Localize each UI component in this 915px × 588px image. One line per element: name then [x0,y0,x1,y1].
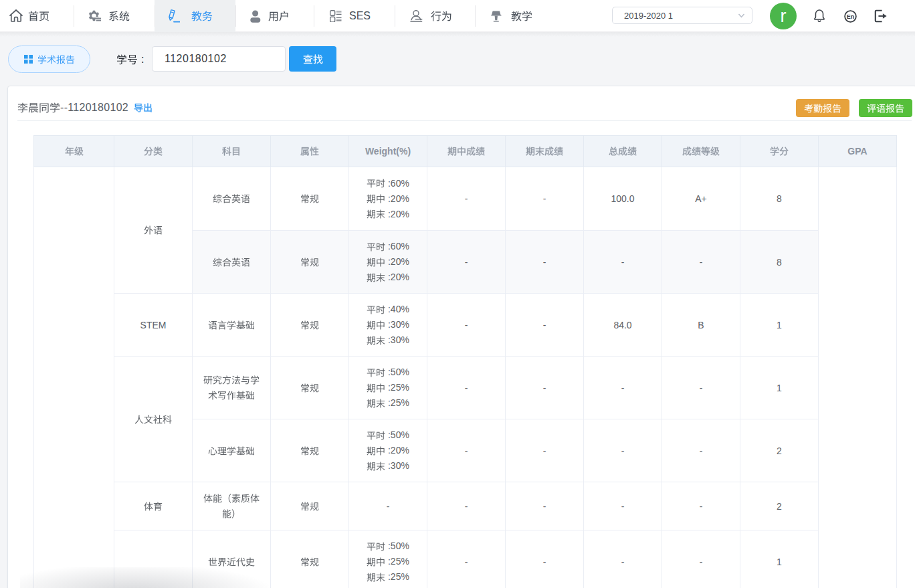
svg-text:En: En [847,13,855,20]
